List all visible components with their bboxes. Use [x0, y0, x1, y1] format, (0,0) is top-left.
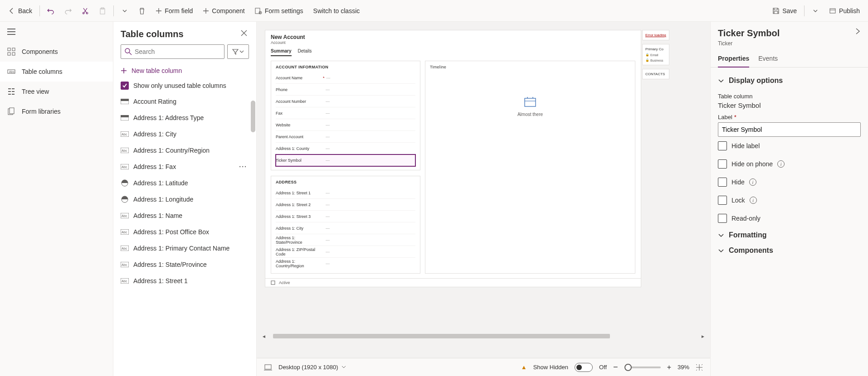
- lock-option[interactable]: Lock i: [718, 191, 861, 209]
- tab-properties[interactable]: Properties: [718, 50, 749, 67]
- nav-item-table-columns[interactable]: Abc Table columns: [0, 62, 113, 82]
- add-component-button[interactable]: Component: [198, 3, 249, 19]
- canvas-hscroll[interactable]: ◄ ►: [260, 333, 707, 340]
- nav-item-components[interactable]: Components: [0, 42, 113, 62]
- more-button[interactable]: ···: [237, 163, 249, 170]
- checkbox[interactable]: [718, 214, 727, 223]
- form-field[interactable]: Address 1: Street 1---: [276, 187, 415, 199]
- filter-button[interactable]: [227, 44, 249, 59]
- delete-icon: [138, 7, 146, 14]
- canvas-viewport[interactable]: New Account Account Summary Details ACCO…: [257, 22, 710, 358]
- delete-button[interactable]: [134, 3, 150, 19]
- form-field[interactable]: Website---: [276, 119, 415, 131]
- column-item[interactable]: AbcAddress 1: City: [113, 126, 256, 142]
- column-label: Address 1: Latitude: [133, 179, 188, 187]
- tab-events[interactable]: Events: [758, 50, 778, 67]
- read-only-option[interactable]: Read-only: [718, 209, 861, 227]
- form-tab-details[interactable]: Details: [298, 48, 312, 56]
- form-field[interactable]: Address 1: Street 3---: [276, 211, 415, 222]
- form-field[interactable]: Address 1: City---: [276, 222, 415, 234]
- side-card-error[interactable]: Error loading: [642, 30, 669, 40]
- search-input[interactable]: [135, 48, 220, 55]
- section-components[interactable]: Components: [718, 243, 861, 258]
- redo-button[interactable]: [60, 3, 76, 19]
- info-icon[interactable]: i: [749, 178, 756, 186]
- form-field[interactable]: Account Name*---: [276, 72, 415, 84]
- nav-item-form-libraries[interactable]: Form libraries: [0, 101, 113, 121]
- form-field[interactable]: Address 1: Country/Region---: [276, 258, 415, 270]
- column-item[interactable]: AbcAddress 1: Fax···: [113, 159, 256, 175]
- add-form-field-button[interactable]: Form field: [151, 3, 197, 19]
- section-display-options[interactable]: Display options: [718, 72, 861, 89]
- publish-button[interactable]: Publish: [824, 3, 864, 19]
- hscroll-thumb[interactable]: [273, 334, 610, 338]
- column-item[interactable]: Address 1: Latitude: [113, 175, 256, 191]
- info-icon[interactable]: i: [750, 197, 757, 204]
- form-settings-button[interactable]: Form settings: [250, 3, 308, 19]
- switch-classic-button[interactable]: Switch to classic: [309, 3, 365, 19]
- side-card-primary-contact[interactable]: Primary Co 🔒Email 🔒Business: [642, 44, 669, 65]
- form-preview[interactable]: New Account Account Summary Details ACCO…: [265, 30, 641, 287]
- column-item[interactable]: Address 1: Address Type: [113, 110, 256, 126]
- hide-label-option[interactable]: Hide label: [718, 137, 861, 155]
- form-field[interactable]: Address 1: State/Province---: [276, 234, 415, 246]
- device-selector[interactable]: Desktop (1920 x 1080): [278, 364, 346, 371]
- form-field[interactable]: Parent Account---: [276, 131, 415, 143]
- undo-icon: [47, 7, 54, 14]
- hide-option[interactable]: Hide i: [718, 173, 861, 191]
- column-item[interactable]: AbcAddress 1: State/Province: [113, 256, 256, 273]
- section-account-info[interactable]: ACCOUNT INFORMATION Account Name*---Phon…: [271, 61, 420, 170]
- form-field[interactable]: Fax---: [276, 107, 415, 119]
- search-input-wrapper[interactable]: [121, 44, 224, 59]
- svg-text:Abc: Abc: [122, 214, 127, 217]
- label-input[interactable]: [718, 122, 861, 137]
- scroll-left-arrow[interactable]: ◄: [260, 334, 268, 339]
- back-button[interactable]: Back: [4, 3, 37, 19]
- show-hidden-toggle[interactable]: [575, 363, 593, 372]
- chevron-right-icon[interactable]: [854, 28, 861, 34]
- form-field[interactable]: Address 1: ZIP/Postal Code---: [276, 246, 415, 258]
- section-timeline[interactable]: Timeline Almost there: [425, 61, 635, 274]
- save-chevron-button[interactable]: [807, 3, 824, 19]
- column-item[interactable]: AbcAddress 1: Name: [113, 207, 256, 224]
- column-item[interactable]: Account Rating: [113, 93, 256, 110]
- section-address[interactable]: ADDRESS Address 1: Street 1---Address 1:…: [271, 176, 420, 274]
- form-field[interactable]: Address 1: Street 2---: [276, 199, 415, 211]
- section-formatting[interactable]: Formatting: [718, 227, 861, 243]
- scroll-right-arrow[interactable]: ►: [699, 334, 707, 339]
- zoom-out-button[interactable]: −: [613, 362, 618, 372]
- column-item[interactable]: AbcAddress 1: Post Office Box: [113, 224, 256, 240]
- nav-hamburger-button[interactable]: [0, 22, 113, 42]
- checkbox[interactable]: [718, 159, 727, 169]
- zoom-in-button[interactable]: +: [667, 363, 671, 371]
- checkbox[interactable]: [718, 141, 727, 150]
- checkbox[interactable]: [718, 196, 727, 205]
- checkbox[interactable]: [718, 178, 727, 187]
- column-item[interactable]: Address 1: Longitude: [113, 191, 256, 207]
- field-label: Address 1: State/Province: [276, 236, 321, 245]
- form-tab-summary[interactable]: Summary: [271, 48, 292, 56]
- column-item[interactable]: AbcAddress 1: Street 1: [113, 273, 256, 289]
- nav-item-tree-view[interactable]: Tree view: [0, 82, 113, 101]
- side-card-contacts[interactable]: CONTACTS: [642, 69, 669, 79]
- panel-close-button[interactable]: [239, 28, 249, 40]
- paste-chevron-button[interactable]: [117, 3, 133, 19]
- info-icon[interactable]: i: [777, 160, 785, 168]
- scrollbar-thumb[interactable]: [251, 101, 255, 132]
- checkbox-checked[interactable]: [121, 82, 129, 90]
- form-field[interactable]: Address 1: County---: [276, 143, 415, 154]
- column-item[interactable]: AbcAddress 1: Country/Region: [113, 142, 256, 159]
- form-field[interactable]: Account Number---: [276, 96, 415, 107]
- show-unused-checkbox-row[interactable]: Show only unused table columns: [113, 78, 256, 93]
- undo-button[interactable]: [43, 3, 59, 19]
- cut-button[interactable]: [77, 3, 93, 19]
- column-item[interactable]: AbcAddress 1: Primary Contact Name: [113, 240, 256, 256]
- form-field[interactable]: Ticker Symbol---: [276, 154, 415, 166]
- save-button[interactable]: Save: [768, 3, 801, 19]
- zoom-slider[interactable]: [624, 366, 661, 368]
- paste-button[interactable]: [94, 3, 111, 19]
- new-table-column-button[interactable]: New table column: [113, 63, 256, 78]
- form-field[interactable]: Phone---: [276, 84, 415, 96]
- hide-on-phone-option[interactable]: Hide on phone i: [718, 155, 861, 173]
- zoom-slider-thumb[interactable]: [624, 364, 632, 371]
